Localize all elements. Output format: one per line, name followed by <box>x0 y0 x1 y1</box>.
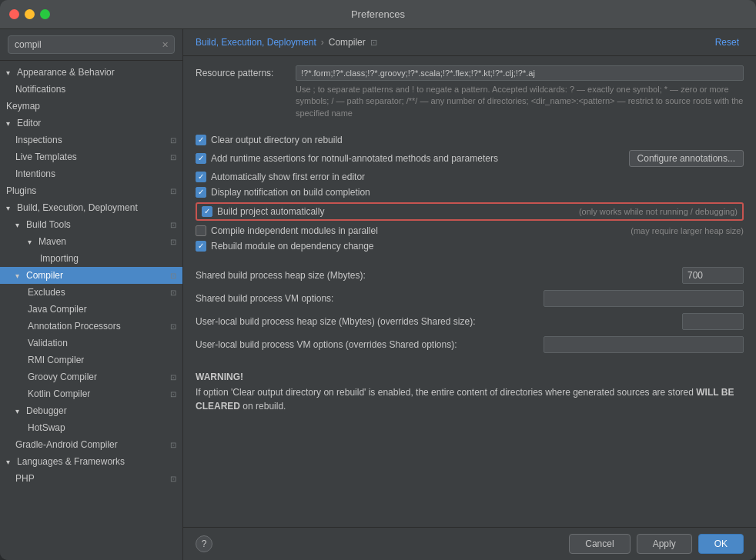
sidebar-item-java-compiler[interactable]: Java Compiler <box>0 301 182 318</box>
sidebar-item-notifications[interactable]: Notifications <box>0 81 182 98</box>
badge-icon: ⊡ <box>170 136 176 145</box>
resource-patterns-row: Resource patterns: Use ; to separate pat… <box>196 65 744 119</box>
label-rebuild-module: Rebuild module on dependency change <box>211 241 744 252</box>
clear-search-icon[interactable]: ✕ <box>162 40 169 50</box>
badge-icon: ⊡ <box>170 153 176 162</box>
footer: ? Cancel Apply OK <box>183 527 756 560</box>
badge-icon: ⊡ <box>170 187 176 195</box>
checkbox-row-compile-parallel: Compile independent modules in parallel … <box>196 225 744 236</box>
field-row-local-heap: User-local build process heap size (Mbyt… <box>196 313 744 330</box>
resource-hint: Use ; to separate patterns and ! to nega… <box>296 84 744 119</box>
cancel-button[interactable]: Cancel <box>569 534 630 554</box>
sidebar-item-validation[interactable]: Validation <box>0 335 182 352</box>
sidebar-item-kotlin-compiler[interactable]: Kotlin Compiler ⊡ <box>0 385 182 402</box>
sidebar-item-keymap[interactable]: Keymap <box>0 98 182 115</box>
minimize-button[interactable] <box>25 9 35 19</box>
arrow-icon: ▾ <box>6 68 14 77</box>
warning-section: WARNING! If option 'Clear output directo… <box>196 365 744 419</box>
sidebar-item-importing[interactable]: Importing <box>0 250 182 267</box>
breadcrumb: Build, Execution, Deployment › Compiler … <box>196 37 377 48</box>
label-vm-options: Shared build process VM options: <box>196 293 537 304</box>
sidebar-item-rmi-compiler[interactable]: RMI Compiler <box>0 352 182 368</box>
sidebar-item-languages[interactable]: ▾ Languages & Frameworks <box>0 453 182 470</box>
checkbox-row-show-error: Automatically show first error in editor <box>196 172 744 182</box>
sidebar-item-maven[interactable]: ▾ Maven ⊡ <box>0 233 182 250</box>
label-clear-output: Clear output directory on rebuild <box>211 135 744 145</box>
titlebar: Preferences <box>0 0 756 29</box>
sidebar-tree: ▾ Appearance & Behavior Notifications Ke… <box>0 61 182 560</box>
sidebar-item-groovy-compiler[interactable]: Groovy Compiler ⊡ <box>0 368 182 385</box>
input-local-heap[interactable] <box>682 313 744 330</box>
label-build-auto: Build project automatically <box>217 206 568 217</box>
breadcrumb-separator: › <box>321 37 324 48</box>
sidebar-item-hotswap[interactable]: HotSwap <box>0 419 182 436</box>
divider <box>196 125 744 130</box>
sidebar-item-intentions[interactable]: Intentions <box>0 165 182 182</box>
resource-patterns-input[interactable] <box>296 65 744 81</box>
label-compile-parallel: Compile independent modules in parallel <box>211 225 620 236</box>
sidebar-item-appearance[interactable]: ▾ Appearance & Behavior <box>0 64 182 81</box>
field-row-local-vm: User-local build process VM options (ove… <box>196 336 744 353</box>
label-local-vm: User-local build process VM options (ove… <box>196 339 537 350</box>
arrow-icon: ▾ <box>28 238 35 246</box>
resource-patterns-label: Resource patterns: <box>196 65 296 78</box>
sidebar-item-annotation-processors[interactable]: Annotation Processors ⊡ <box>0 318 182 335</box>
checkbox-build-auto[interactable] <box>202 206 212 217</box>
sidebar-item-php[interactable]: PHP ⊡ <box>0 470 182 487</box>
checkbox-row-build-auto: Build project automatically (only works … <box>196 202 744 221</box>
checkbox-clear-output[interactable] <box>196 135 206 145</box>
badge-icon: ⊡ <box>170 221 176 229</box>
sidebar-item-debugger[interactable]: ▾ Debugger <box>0 402 182 419</box>
arrow-icon: ▾ <box>6 119 14 128</box>
checkbox-show-error[interactable] <box>196 172 206 182</box>
warning-body: If option 'Clear output directory on reb… <box>196 385 744 413</box>
content-panel: Build, Execution, Deployment › Compiler … <box>183 29 756 560</box>
breadcrumb-current: Compiler <box>329 37 366 48</box>
search-input[interactable] <box>8 35 175 54</box>
checkbox-rebuild-module[interactable] <box>196 241 206 252</box>
badge-icon: ⊡ <box>170 475 176 483</box>
checkbox-row-add-runtime: Add runtime assertions for notnull-annot… <box>196 150 744 167</box>
reset-button[interactable]: Reset <box>711 35 744 49</box>
checkbox-compile-parallel[interactable] <box>196 225 206 236</box>
sidebar-item-build-tools[interactable]: ▾ Build Tools ⊡ <box>0 216 182 233</box>
checkbox-display-notification[interactable] <box>196 187 206 198</box>
sidebar-item-live-templates[interactable]: Live Templates ⊡ <box>0 148 182 165</box>
sidebar-item-inspections[interactable]: Inspections ⊡ <box>0 132 182 148</box>
badge-icon: ⊡ <box>170 390 176 398</box>
search-box: ✕ <box>0 29 182 61</box>
badge-icon: ⊡ <box>170 272 176 280</box>
sidebar-item-editor[interactable]: ▾ Editor <box>0 115 182 132</box>
configure-annotations-button[interactable]: Configure annotations... <box>629 150 744 167</box>
arrow-icon: ▾ <box>15 407 23 415</box>
field-row-vm-options: Shared build process VM options: <box>196 290 744 307</box>
sidebar-item-build-execution[interactable]: ▾ Build, Execution, Deployment <box>0 199 182 216</box>
window-title: Preferences <box>351 8 405 20</box>
badge-icon: ⊡ <box>170 288 176 297</box>
checkbox-add-runtime[interactable] <box>196 153 206 164</box>
close-button[interactable] <box>9 9 19 19</box>
note-compile-parallel: (may require larger heap size) <box>631 226 744 235</box>
breadcrumb-icon: ⊡ <box>370 38 377 48</box>
sidebar-item-compiler[interactable]: ▾ Compiler ⊡ <box>0 267 182 284</box>
apply-button[interactable]: Apply <box>637 534 692 554</box>
input-heap-size[interactable] <box>682 267 744 284</box>
arrow-icon: ▾ <box>15 272 23 280</box>
field-row-heap-size: Shared build process heap size (Mbytes): <box>196 267 744 284</box>
preferences-window: Preferences ✕ ▾ Appearance & Behavior No… <box>0 0 756 560</box>
help-button[interactable]: ? <box>196 535 212 552</box>
input-local-vm[interactable] <box>544 336 744 353</box>
checkbox-row-display-notification: Display notification on build completion <box>196 187 744 198</box>
input-vm-options[interactable] <box>544 290 744 307</box>
breadcrumb-link-build[interactable]: Build, Execution, Deployment <box>196 37 316 48</box>
sidebar-item-plugins[interactable]: Plugins ⊡ <box>0 182 182 199</box>
resource-input-wrap: Use ; to separate patterns and ! to nega… <box>296 65 744 119</box>
window-controls <box>9 9 50 19</box>
checkbox-row-clear-output: Clear output directory on rebuild <box>196 135 744 145</box>
ok-button[interactable]: OK <box>698 534 744 554</box>
sidebar-item-gradle-android[interactable]: Gradle-Android Compiler ⊡ <box>0 436 182 453</box>
sidebar-item-excludes[interactable]: Excludes ⊡ <box>0 284 182 301</box>
content-header: Build, Execution, Deployment › Compiler … <box>183 29 756 56</box>
maximize-button[interactable] <box>40 9 50 19</box>
label-add-runtime: Add runtime assertions for notnull-annot… <box>211 153 618 164</box>
